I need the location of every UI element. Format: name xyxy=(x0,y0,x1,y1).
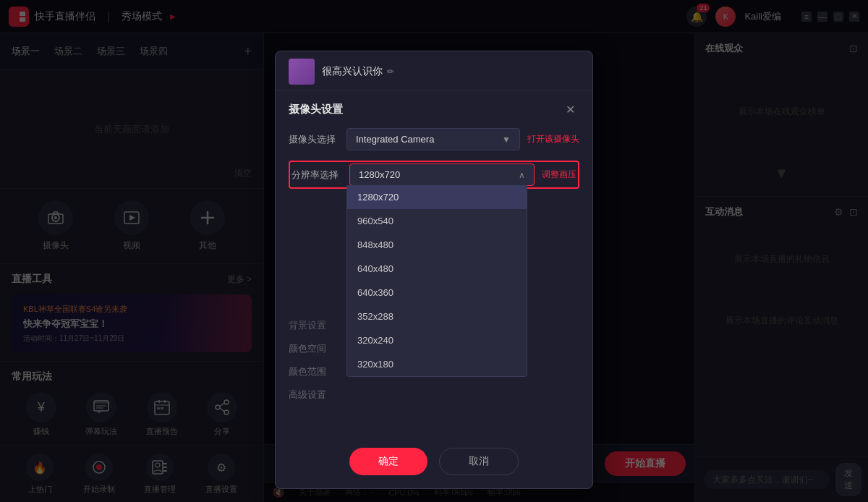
resolution-dropdown-menu: 1280x720 960x540 848x480 640x480 640x360… xyxy=(346,185,527,377)
confirm-button[interactable]: 确定 xyxy=(349,448,427,475)
camera-select-dropdown[interactable]: Integrated Camera ▼ xyxy=(346,128,520,150)
resolution-option-3[interactable]: 848x480 xyxy=(347,233,527,257)
resolution-option-5[interactable]: 640x360 xyxy=(347,281,527,305)
camera-select-value: Integrated Camera xyxy=(356,134,434,145)
camera-settings-dialog: 很高兴认识你 ✏ 摄像头设置 ✕ 摄像头选择 Integrated Camera… xyxy=(275,51,593,489)
resolution-option-7[interactable]: 320x240 xyxy=(347,328,527,352)
live-name-edit-icon[interactable]: ✏ xyxy=(387,67,394,77)
resolution-select-label: 分辨率选择 xyxy=(292,169,349,182)
camera-select-row: 摄像头选择 Integrated Camera ▼ 打开该摄像头 xyxy=(289,128,579,150)
resolution-select-arrow-icon: ∧ xyxy=(519,170,525,180)
open-camera-link[interactable]: 打开该摄像头 xyxy=(527,133,579,145)
resolution-select-dropdown[interactable]: 1280x720 ∧ xyxy=(349,163,535,186)
dialog-header: 摄像头设置 ✕ xyxy=(276,91,592,118)
resolution-option-1[interactable]: 1280x720 xyxy=(347,185,527,209)
dialog-preview-header: 很高兴认识你 ✏ xyxy=(276,51,592,91)
resolution-select-row: 分辨率选择 1280x720 ∧ 调整画压 xyxy=(292,163,576,186)
dialog-title: 摄像头设置 xyxy=(289,103,343,116)
dialog-body: 摄像头选择 Integrated Camera ▼ 打开该摄像头 分辨率选择 1… xyxy=(276,118,592,422)
live-thumbnail xyxy=(289,59,315,85)
bg-settings-label: 背景设置 xyxy=(289,319,346,332)
resolution-option-6[interactable]: 352x288 xyxy=(347,305,527,328)
color-range-label: 颜色范围 xyxy=(289,365,346,378)
resolution-select-container: 分辨率选择 1280x720 ∧ 调整画压 1280x720 960x540 8… xyxy=(289,161,579,189)
dialog-footer: 确定 取消 xyxy=(276,436,592,488)
resolution-option-8[interactable]: 320x180 xyxy=(347,352,527,376)
dialog-close-button[interactable]: ✕ xyxy=(561,101,579,118)
resolution-select-value: 1280x720 xyxy=(359,169,400,180)
camera-select-label: 摄像头选择 xyxy=(289,133,346,146)
live-name-label: 很高兴认识你 xyxy=(322,65,383,78)
cancel-button[interactable]: 取消 xyxy=(439,448,519,475)
advanced-settings-label: 高级设置 xyxy=(289,388,346,401)
advanced-settings-row: 高级设置 xyxy=(289,388,579,401)
color-space-label: 颜色空间 xyxy=(289,342,346,355)
camera-select-arrow-icon: ▼ xyxy=(502,135,511,145)
resolution-option-2[interactable]: 960x540 xyxy=(347,209,527,233)
resolution-option-4[interactable]: 640x480 xyxy=(347,257,527,281)
adjust-resolution-link[interactable]: 调整画压 xyxy=(542,169,576,181)
modal-overlay: 很高兴认识你 ✏ 摄像头设置 ✕ 摄像头选择 Integrated Camera… xyxy=(0,0,868,502)
